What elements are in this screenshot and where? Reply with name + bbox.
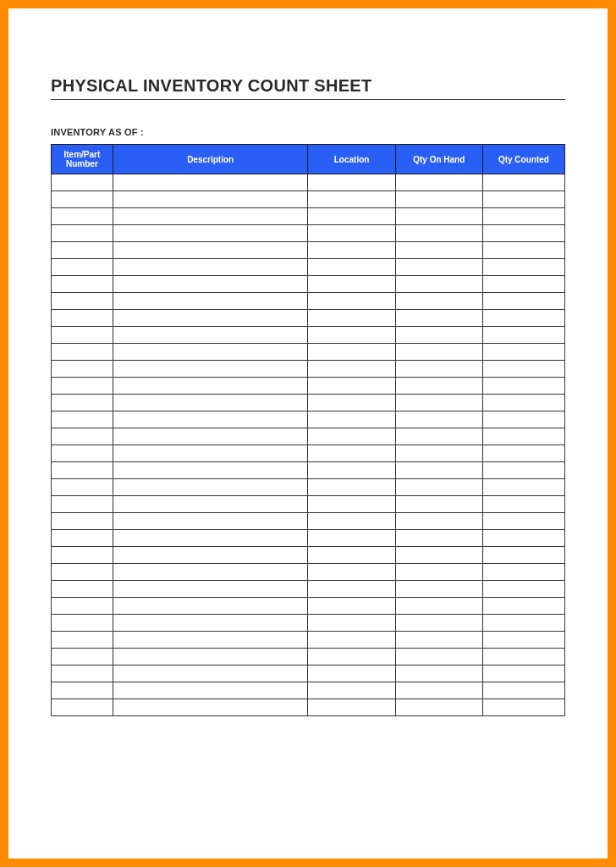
table-row — [52, 293, 565, 310]
table-cell — [113, 395, 308, 411]
table-row — [52, 208, 565, 225]
table-cell — [395, 327, 482, 344]
table-cell — [395, 242, 482, 259]
table-cell — [482, 513, 564, 530]
table-cell — [308, 479, 395, 496]
table-cell — [113, 632, 308, 649]
table-cell — [113, 361, 308, 378]
table-cell — [308, 259, 395, 276]
col-location: Location — [308, 145, 395, 174]
table-row — [52, 665, 565, 682]
table-cell — [113, 242, 308, 259]
table-cell — [395, 564, 482, 581]
table-cell — [482, 665, 564, 682]
document-page: PHYSICAL INVENTORY COUNT SHEET INVENTORY… — [8, 8, 608, 859]
inventory-date-label: INVENTORY AS OF : — [51, 127, 565, 137]
table-cell — [482, 344, 564, 361]
table-cell — [308, 581, 395, 598]
table-cell — [308, 411, 395, 428]
table-cell — [482, 479, 564, 496]
table-cell — [52, 327, 113, 344]
table-cell — [395, 665, 482, 682]
table-cell — [52, 547, 113, 564]
table-row — [52, 547, 565, 564]
table-cell — [308, 242, 395, 259]
table-cell — [395, 462, 482, 479]
table-cell — [395, 378, 482, 395]
table-row — [52, 496, 565, 513]
table-cell — [395, 174, 482, 191]
table-cell — [113, 191, 308, 208]
table-row — [52, 259, 565, 276]
table-cell — [52, 344, 113, 361]
table-row — [52, 530, 565, 547]
table-cell — [52, 378, 113, 395]
table-cell — [308, 191, 395, 208]
table-cell — [482, 564, 564, 581]
table-cell — [308, 395, 395, 411]
table-cell — [52, 462, 113, 479]
table-cell — [308, 208, 395, 225]
table-row — [52, 242, 565, 259]
table-cell — [52, 682, 113, 699]
table-cell — [308, 513, 395, 530]
table-cell — [482, 598, 564, 615]
table-row — [52, 682, 565, 699]
table-cell — [482, 428, 564, 445]
table-cell — [113, 276, 308, 293]
table-cell — [482, 496, 564, 513]
table-cell — [308, 547, 395, 564]
table-cell — [113, 344, 308, 361]
table-cell — [52, 259, 113, 276]
table-cell — [113, 174, 308, 191]
table-cell — [113, 699, 308, 716]
table-cell — [482, 462, 564, 479]
table-cell — [482, 174, 564, 191]
table-row — [52, 564, 565, 581]
table-cell — [308, 530, 395, 547]
table-cell — [308, 649, 395, 665]
table-cell — [482, 547, 564, 564]
table-cell — [113, 293, 308, 310]
table-cell — [482, 242, 564, 259]
table-row — [52, 225, 565, 242]
table-row — [52, 191, 565, 208]
table-cell — [395, 615, 482, 632]
inventory-table: Item/Part Number Description Location Qt… — [51, 144, 565, 716]
table-row — [52, 598, 565, 615]
table-cell — [395, 411, 482, 428]
table-cell — [308, 564, 395, 581]
table-cell — [482, 276, 564, 293]
table-cell — [482, 530, 564, 547]
table-cell — [395, 598, 482, 615]
table-cell — [52, 615, 113, 632]
table-cell — [52, 632, 113, 649]
table-cell — [113, 445, 308, 462]
table-row — [52, 411, 565, 428]
table-cell — [52, 581, 113, 598]
table-cell — [113, 378, 308, 395]
table-cell — [113, 665, 308, 682]
table-cell — [52, 276, 113, 293]
table-cell — [113, 615, 308, 632]
table-body — [52, 174, 565, 716]
table-cell — [482, 310, 564, 327]
table-cell — [482, 615, 564, 632]
table-cell — [308, 598, 395, 615]
table-row — [52, 581, 565, 598]
table-row — [52, 615, 565, 632]
table-cell — [482, 225, 564, 242]
table-cell — [482, 361, 564, 378]
table-cell — [308, 632, 395, 649]
table-cell — [113, 598, 308, 615]
table-row — [52, 344, 565, 361]
table-cell — [52, 699, 113, 716]
table-cell — [113, 327, 308, 344]
table-row — [52, 174, 565, 191]
table-cell — [395, 361, 482, 378]
table-cell — [113, 682, 308, 699]
table-cell — [482, 699, 564, 716]
table-cell — [308, 276, 395, 293]
table-row — [52, 327, 565, 344]
col-qty-on-hand: Qty On Hand — [395, 145, 482, 174]
